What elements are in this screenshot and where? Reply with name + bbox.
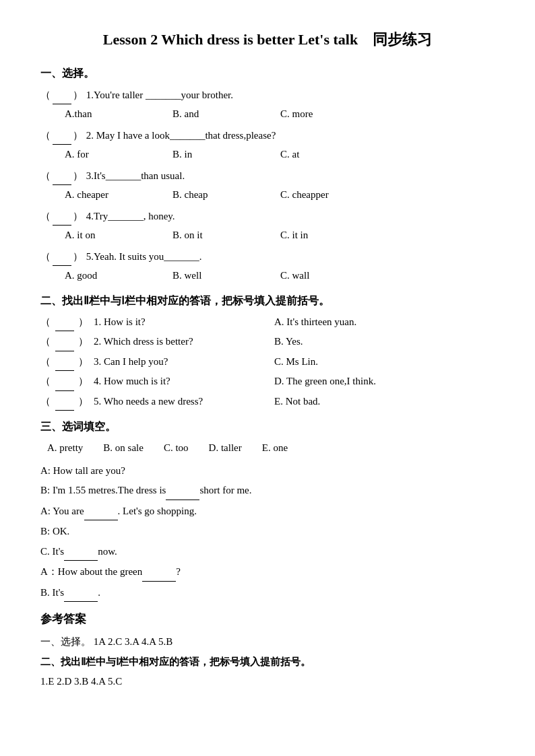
section3-header: 三、选词填空。: [40, 417, 495, 436]
q4-paren-open: （: [40, 208, 50, 226]
dialog-line-4: B: OK.: [40, 523, 495, 541]
q4-opt-c: C. it in: [280, 227, 388, 244]
section2-header: 二、找出Ⅱ栏中与Ⅰ栏中相对应的答语，把标号填入提前括号。: [40, 291, 495, 310]
q3-paren-close: ）: [73, 168, 82, 185]
section2: 二、找出Ⅱ栏中与Ⅰ栏中相对应的答语，把标号填入提前括号。 （ ） 1. How …: [40, 291, 495, 411]
q4-opt-a: A. it on: [65, 227, 172, 244]
match-4: （ ） 4. How much is it? D. The green one,…: [40, 373, 495, 391]
fill-blank-3: [64, 543, 98, 561]
m3-right: C. Ms Lin.: [261, 353, 495, 372]
q4-options: A. it on B. on it C. it in: [65, 227, 495, 244]
m4-blank: [55, 373, 74, 391]
q2-opt-b: B. in: [172, 146, 280, 164]
m5-left: 5. Who needs a new dress?: [91, 396, 203, 407]
m3-left: 3. Can I help you?: [91, 356, 168, 367]
section3: 三、选词填空。 A. pretty B. on sale C. too D. t…: [40, 417, 495, 602]
q2-opt-c: C. at: [280, 146, 388, 164]
title: Lesson 2 Which dress is better Let's tal…: [40, 27, 495, 52]
title-main: Lesson 2 Which dress is better Let's tal…: [103, 31, 358, 48]
q4-opt-b: B. on it: [172, 227, 280, 244]
m1-blank: [55, 314, 74, 332]
q5-options: A. good B. well C. wall: [65, 267, 495, 285]
m1-right: A. It's thirteen yuan.: [261, 314, 495, 332]
q2-text: 2. May I have a look_______that dress,pl…: [84, 127, 276, 145]
answer-section2-label: 二、找出Ⅱ栏中与Ⅰ栏中相对应的答语，把标号填入提前括号。: [40, 654, 495, 671]
match-1: （ ） 1. How is it? A. It's thirteen yuan.: [40, 314, 495, 332]
question-3: （ ） 3.It's_______than usual. A. cheaper …: [40, 168, 495, 204]
q4-answer-blank: [53, 208, 71, 226]
q1-opt-c: C. more: [280, 106, 388, 123]
q5-answer-blank: [53, 248, 71, 267]
q1-text: 1.You're taller _______your brother.: [84, 87, 233, 104]
q5-opt-b: B. well: [172, 267, 280, 285]
q2-opt-a: A. for: [65, 146, 172, 164]
answer-title: 参考答案: [40, 610, 495, 629]
word-c: C. too: [164, 440, 189, 457]
m2-left: 2. Which dress is better?: [91, 336, 193, 347]
q2-paren-close: ）: [73, 127, 82, 145]
answer-section2-ans: 1.E 2.D 3.B 4.A 5.C: [40, 673, 495, 691]
m1-left: 1. How is it?: [91, 316, 145, 327]
dialog-line-7: B. It's .: [40, 584, 495, 603]
m4-left: 4. How much is it?: [91, 376, 170, 386]
word-d: D. taller: [209, 440, 242, 457]
answer-s1-ans: 1A 2.C 3.A 4.A 5.B: [94, 636, 173, 647]
question-4: （ ） 4.Try_______, honey. A. it on B. on …: [40, 208, 495, 244]
word-a: A. pretty: [47, 440, 83, 457]
dialog-line-6: A：How about the green ?: [40, 563, 495, 582]
section1-header: 一、选择。: [40, 64, 495, 82]
q2-answer-blank: [53, 127, 71, 145]
q4-paren-close: ）: [73, 208, 82, 226]
fill-blank-1: [166, 482, 199, 500]
q5-paren-close: ）: [73, 248, 82, 266]
dialog-line-5: C. It's now.: [40, 543, 495, 561]
question-2: （ ） 2. May I have a look_______that dres…: [40, 127, 495, 164]
answer-section1-label: 一、选择。 1A 2.C 3.A 4.A 5.B: [40, 633, 495, 651]
section1: 一、选择。 （ ） 1.You're taller _______your br…: [40, 64, 495, 284]
q3-opt-b: B. cheap: [172, 186, 280, 204]
q4-text: 4.Try_______, honey.: [84, 208, 175, 226]
q2-options: A. for B. in C. at: [65, 146, 495, 164]
word-e: E. one: [262, 440, 288, 457]
q5-paren-open: （: [40, 248, 50, 266]
m2-blank: [55, 333, 74, 351]
q3-opt-c: C. cheapper: [280, 186, 388, 204]
dialog-line-3: A: You are . Let's go shopping.: [40, 503, 495, 521]
q1-answer-blank: [53, 87, 71, 105]
q5-opt-a: A. good: [65, 267, 172, 285]
answer-section: 参考答案 一、选择。 1A 2.C 3.A 4.A 5.B 二、找出Ⅱ栏中与Ⅰ栏…: [40, 610, 495, 690]
q1-opt-a: A.than: [65, 106, 172, 123]
answer-s1-label: 一、选择。: [40, 636, 91, 647]
m2-right: B. Yes.: [261, 333, 495, 351]
fill-blank-5: [64, 584, 98, 603]
m4-right: D. The green one,I think.: [261, 373, 495, 391]
q3-paren-open: （: [40, 168, 50, 185]
match-5: （ ） 5. Who needs a new dress? E. Not bad…: [40, 393, 495, 411]
q3-answer-blank: [53, 168, 71, 186]
question-1: （ ） 1.You're taller _______your brother.…: [40, 87, 495, 123]
q5-text: 5.Yeah. It suits you_______.: [84, 248, 202, 266]
q1-paren-open: （: [40, 87, 50, 104]
dialog-line-2: B: I'm 1.55 metres.The dress is short fo…: [40, 482, 495, 500]
m5-right: E. Not bad.: [261, 393, 495, 411]
fill-blank-4: [142, 563, 176, 582]
m5-blank: [55, 393, 74, 411]
match-2: （ ） 2. Which dress is better? B. Yes.: [40, 333, 495, 351]
q1-options: A.than B. and C. more: [65, 106, 495, 123]
match-3: （ ） 3. Can I help you? C. Ms Lin.: [40, 353, 495, 372]
q3-opt-a: A. cheaper: [65, 186, 172, 204]
word-b: B. on sale: [103, 440, 144, 457]
word-bank: A. pretty B. on sale C. too D. taller E.…: [47, 440, 495, 457]
q5-opt-c: C. wall: [280, 267, 388, 285]
q1-opt-b: B. and: [172, 106, 280, 123]
question-5: （ ） 5.Yeah. It suits you_______. A. good…: [40, 248, 495, 285]
q3-text: 3.It's_______than usual.: [84, 168, 185, 185]
q3-options: A. cheaper B. cheap C. cheapper: [65, 186, 495, 204]
m3-blank: [55, 353, 74, 372]
dialog-line-1: A: How tall are you?: [40, 462, 495, 480]
fill-blank-2: [84, 503, 118, 521]
q2-paren-open: （: [40, 127, 50, 145]
q1-paren-close: ）: [73, 87, 82, 104]
title-sub: 同步练习: [373, 31, 432, 48]
